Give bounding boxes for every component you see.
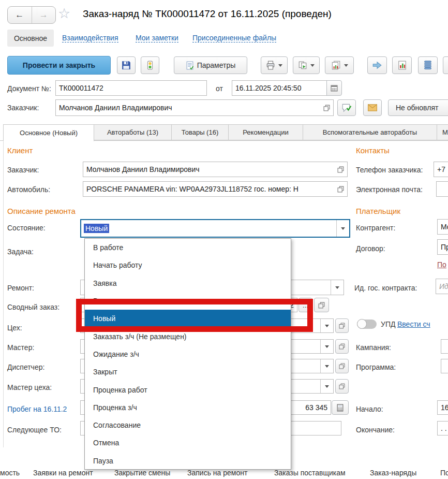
taskbar-item[interactable]: По (440, 469, 448, 477)
taskbar-item[interactable]: Запись на ремонт (187, 469, 247, 477)
tab-goods[interactable]: Товары (16) (172, 124, 229, 140)
dropdown-option[interactable]: Заказать з/ч (Не размещен) (85, 327, 291, 345)
mileage-calc-button[interactable] (332, 400, 349, 415)
master-caret-button[interactable] (320, 340, 333, 353)
repair-combo-caret-button[interactable] (331, 280, 344, 295)
dropdown-option[interactable]: Проценка работ (85, 381, 291, 398)
nav-interactions[interactable]: Взаимодействия (62, 34, 118, 42)
favorite-star-icon[interactable]: ☆ (58, 5, 70, 22)
dropdown-option[interactable]: В работе (85, 239, 291, 256)
taskbar-item[interactable]: мость (0, 469, 20, 477)
tab-cut[interactable]: М (437, 124, 448, 140)
open-icon[interactable] (337, 166, 344, 173)
page-title: Заказ-наряд № ТК000011472 от 16.11.2025 … (83, 8, 332, 20)
open-icon (318, 302, 325, 309)
summary-select-button[interactable]: ... (298, 298, 312, 312)
dropdown-option[interactable]: Согласование (85, 416, 291, 434)
client-customer-field[interactable]: Молчанов Даниил Владимирович (83, 162, 348, 177)
tab-recommendations[interactable]: Рекомендации (229, 124, 303, 140)
dropdown-option[interactable]: Заявка (85, 274, 291, 292)
save-button[interactable] (117, 56, 136, 74)
nav-attached-files[interactable]: Присоединенные файлы (192, 34, 276, 42)
more-toolbar-button[interactable] (443, 56, 448, 74)
start-field[interactable]: 16 (437, 400, 448, 415)
copy-create-button[interactable] (293, 56, 320, 74)
forward-button[interactable]: → (32, 7, 56, 23)
phone-field[interactable]: +7 (434, 162, 448, 177)
summary-open-button[interactable] (314, 298, 329, 312)
list-button[interactable] (418, 56, 438, 74)
dispatcher-caret-button[interactable] (320, 359, 333, 373)
tab-main[interactable]: Основное (Новый) (3, 124, 94, 141)
dropdown-option-selected[interactable]: Новый (85, 310, 291, 327)
enter-invoice-link[interactable]: Ввести сч (397, 320, 430, 328)
back-button[interactable]: ← (8, 7, 32, 23)
contractor-field[interactable]: Мо (437, 219, 448, 235)
dispatcher-label: Диспетчер: (7, 363, 44, 371)
interaction-button[interactable] (337, 99, 356, 116)
parameters-label: Параметры (197, 61, 236, 69)
reports-button[interactable] (325, 56, 354, 74)
dropdown-option[interactable]: Проценка з/ч (85, 399, 291, 416)
open-icon (339, 383, 345, 389)
dispatcher-open-button[interactable] (335, 359, 349, 373)
calculator-icon (337, 404, 344, 412)
tab-aux-autoworks[interactable]: Вспомогательные автоработы (303, 124, 437, 140)
parameters-button[interactable]: Параметры (174, 56, 247, 74)
gov-contract-field[interactable]: Ид (436, 279, 448, 294)
post-and-close-button[interactable]: Провести и закрыть (7, 56, 111, 75)
post-status-button[interactable] (141, 56, 159, 74)
campaign-field[interactable] (441, 339, 448, 354)
chevron-down-icon (325, 325, 329, 327)
nav-main[interactable]: Основное (7, 30, 54, 47)
email-field[interactable] (436, 181, 448, 197)
upd-toggle[interactable] (357, 320, 377, 329)
shop-caret-button[interactable] (320, 319, 333, 332)
taskbar-item[interactable]: Заявки на ремонт (33, 469, 93, 477)
nav-my-notes[interactable]: Мои заметки (136, 34, 178, 42)
report-button[interactable] (392, 56, 412, 74)
next-service-label: Следующее ТО: (7, 426, 62, 434)
taskbar-item[interactable]: Заказы поставщикам (274, 469, 346, 477)
master-open-button[interactable] (335, 339, 349, 354)
dropdown-option[interactable]: Ожидание з/ч (85, 345, 291, 363)
dropdown-option[interactable]: Пауза (85, 452, 291, 470)
printer-icon (266, 61, 275, 70)
reports-menu-caret-icon (344, 64, 348, 67)
print-menu-caret-icon (278, 64, 282, 67)
open-icon[interactable] (323, 105, 330, 111)
print-button[interactable] (261, 56, 288, 74)
open-icon (339, 363, 345, 369)
tab-autoworks[interactable]: Автоработы (13) (94, 124, 172, 140)
taskbar-item[interactable]: Закрытие смены (114, 469, 170, 477)
dropdown-option[interactable]: Начать работу (85, 256, 291, 274)
open-icon[interactable] (337, 186, 344, 193)
end-label: Окончание: (356, 426, 395, 434)
panel-left-border (3, 141, 4, 447)
shop-open-button[interactable] (335, 318, 349, 333)
doc-number-label: Документ №: (7, 84, 51, 93)
email-button[interactable] (363, 99, 382, 116)
state-combo-caret-button[interactable] (336, 220, 349, 237)
car-field[interactable]: PORSCHE PANAMERA vin: WP0AA2973JL118752 … (83, 181, 348, 197)
doc-date-field[interactable]: 16.11.2025 20:45:50 (232, 80, 327, 96)
shop-master-open-button[interactable] (335, 379, 349, 394)
calendar-button[interactable] (326, 80, 342, 96)
shop-master-caret-button[interactable] (320, 380, 333, 393)
state-combo[interactable]: Новый (80, 219, 350, 238)
dropdown-option[interactable]: Выполнен (85, 292, 291, 310)
program-field[interactable] (441, 359, 448, 373)
payer-more-link[interactable]: По (437, 260, 446, 269)
customer-field[interactable]: Молчанов Даниил Владимирович (55, 99, 334, 116)
taskbar-item[interactable]: Заказ-наряды (370, 469, 416, 477)
mileage-link-label[interactable]: Пробег на 16.11.2 (7, 405, 67, 413)
end-field[interactable]: . . (437, 421, 448, 436)
dropdown-option[interactable]: Закрыт (85, 363, 291, 381)
doc-number-field[interactable]: ТК000011472 (55, 80, 207, 96)
contract-field[interactable]: Пр (437, 239, 448, 255)
phone-label: Телефон заказчика: (356, 166, 423, 174)
dropdown-option[interactable]: Отмена (85, 434, 291, 452)
dont-update-button[interactable]: Не обновлят (388, 99, 448, 116)
go-forward-button[interactable] (367, 56, 387, 74)
back-icon: ← (15, 10, 24, 20)
